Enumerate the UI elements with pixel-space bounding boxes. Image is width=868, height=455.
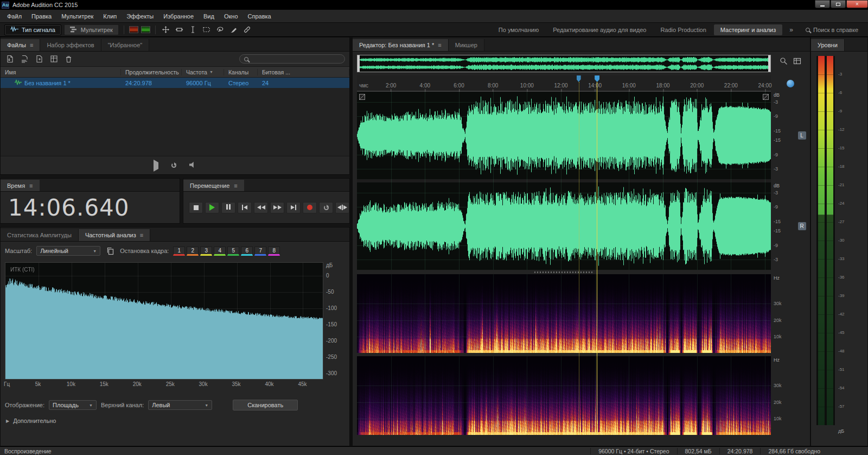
- restore-button[interactable]: [831, 0, 846, 8]
- frame-hold-button[interactable]: 2: [187, 247, 199, 256]
- close-button[interactable]: ×: [846, 0, 868, 8]
- fast-forward-button[interactable]: [270, 202, 284, 213]
- panel-tab[interactable]: Микшер: [449, 39, 484, 51]
- transport-panel-tab[interactable]: Перемещение ≡: [183, 180, 244, 191]
- spectrogram-left[interactable]: [357, 274, 771, 353]
- panel-tab[interactable]: Частотный анализ≡: [79, 229, 150, 241]
- workspace-tab[interactable]: Мастеринг и анализ: [714, 24, 782, 35]
- menu-item[interactable]: Клип: [98, 11, 122, 22]
- paintbrush-selection-tool-icon[interactable]: [228, 25, 239, 35]
- time-panel-tab[interactable]: Время ≡: [1, 180, 40, 191]
- file-row[interactable]: Без названия 1 *24:20.97896000 ГцСтерео2…: [1, 78, 349, 88]
- insert-into-multitrack-button[interactable]: [20, 54, 30, 64]
- panel-menu-icon[interactable]: ≡: [29, 182, 33, 189]
- panel-menu-icon[interactable]: ≡: [438, 42, 441, 48]
- menu-item[interactable]: Мультитрек: [56, 11, 98, 22]
- menu-item[interactable]: Правка: [27, 11, 56, 22]
- new-file-button[interactable]: [34, 54, 44, 64]
- move-tool-icon[interactable]: [161, 25, 171, 35]
- record-button[interactable]: [303, 202, 317, 213]
- files-column-header[interactable]: Частота▼: [182, 69, 224, 75]
- spectrogram-right[interactable]: [357, 356, 771, 435]
- files-column-header[interactable]: Продолжительность: [121, 69, 182, 75]
- skip-selection-button[interactable]: [335, 202, 349, 213]
- workspace-overflow-button[interactable]: »: [785, 26, 797, 34]
- lasso-selection-tool-icon[interactable]: [215, 25, 226, 35]
- copy-icon[interactable]: [105, 246, 116, 256]
- help-search[interactable]: Поиск в справке: [800, 27, 864, 33]
- menu-item[interactable]: Файл: [2, 11, 27, 22]
- scan-button[interactable]: Сканировать: [233, 400, 298, 410]
- overview-strip[interactable]: [357, 55, 771, 72]
- panel-tab[interactable]: Файлы≡: [1, 39, 40, 51]
- frame-hold-button[interactable]: 5: [227, 247, 239, 256]
- files-search[interactable]: [239, 54, 345, 64]
- import-file-button[interactable]: [5, 54, 15, 64]
- workspace-tab[interactable]: Radio Production: [654, 24, 712, 35]
- workspace-tab[interactable]: По умолчанию: [492, 24, 545, 35]
- frame-hold-button[interactable]: 8: [268, 247, 280, 256]
- marquee-selection-tool-icon[interactable]: [201, 25, 212, 35]
- display-settings-icon[interactable]: [793, 57, 802, 65]
- panel-tab[interactable]: Набор эффектов: [40, 39, 101, 51]
- filter-arrow-icon[interactable]: ▼: [209, 70, 213, 74]
- auto-play-button[interactable]: [189, 162, 196, 169]
- menu-item[interactable]: Окно: [219, 11, 243, 22]
- scale-select[interactable]: Линейный▼: [36, 246, 100, 256]
- panel-menu-icon[interactable]: ≡: [30, 42, 33, 48]
- trash-button[interactable]: [63, 54, 74, 64]
- rewind-button[interactable]: [254, 202, 268, 213]
- menu-item[interactable]: Справка: [243, 11, 276, 22]
- panel-tab[interactable]: Статистика Амплитуды: [1, 229, 79, 241]
- play-button[interactable]: [205, 202, 219, 213]
- loop-playback-button[interactable]: [319, 202, 333, 213]
- preview-play-button[interactable]: [154, 162, 158, 169]
- panel-tab[interactable]: "Избранное": [101, 39, 150, 51]
- advanced-toggle[interactable]: ▶ Дополнительно: [1, 414, 349, 427]
- go-to-end-button[interactable]: [286, 202, 301, 213]
- channel-badge-l[interactable]: L: [798, 131, 806, 140]
- slip-tool-icon[interactable]: [174, 25, 185, 35]
- spectral-pitch-display-icon[interactable]: [141, 26, 150, 33]
- timeline-ruler[interactable]: чмс2:004:006:008:0010:0012:0014:0016:001…: [357, 75, 771, 92]
- files-column-header[interactable]: Имя: [1, 69, 121, 75]
- channel-badge-r[interactable]: R: [798, 222, 806, 230]
- panel-menu-icon[interactable]: ≡: [234, 182, 237, 189]
- display-select[interactable]: Площадь▼: [49, 400, 97, 410]
- spot-healing-brush-icon[interactable]: [242, 25, 253, 35]
- multitrack-view-button[interactable]: Мультитрек: [64, 24, 119, 35]
- panel-tab[interactable]: Редактор: Без названия 1 *≡: [353, 39, 449, 51]
- frame-hold-button[interactable]: 3: [200, 247, 212, 256]
- zoom-tool-icon[interactable]: [779, 57, 788, 65]
- files-column-header[interactable]: Каналы: [224, 69, 258, 75]
- files-list[interactable]: Без названия 1 *24:20.97896000 ГцСтерео2…: [1, 78, 349, 156]
- frequency-chart[interactable]: [5, 262, 323, 380]
- waveform-view-button[interactable]: Тип сигнала: [4, 24, 61, 35]
- files-search-input[interactable]: [252, 55, 340, 62]
- menu-item[interactable]: Эффекты: [122, 11, 158, 22]
- menu-item[interactable]: Вид: [199, 11, 219, 22]
- playhead-line[interactable]: [597, 82, 597, 434]
- files-column-header[interactable]: Битовая ...: [258, 69, 349, 75]
- overview-waveform[interactable]: [358, 55, 770, 72]
- waveform-display[interactable]: [357, 92, 771, 270]
- menu-item[interactable]: Избранное: [158, 11, 199, 22]
- frame-hold-button[interactable]: 1: [173, 247, 185, 256]
- go-to-start-button[interactable]: [238, 202, 252, 213]
- levels-tab[interactable]: Уровни: [811, 39, 845, 51]
- minimize-button[interactable]: [815, 0, 830, 8]
- wave-corner-right-icon[interactable]: [763, 94, 769, 100]
- frame-hold-button[interactable]: 6: [241, 247, 253, 256]
- spectral-frequency-display-icon[interactable]: [129, 26, 138, 33]
- wave-corner-left-icon[interactable]: [359, 94, 365, 100]
- panel-menu-icon[interactable]: ≡: [140, 232, 143, 238]
- time-selection-tool-icon[interactable]: [188, 25, 199, 35]
- media-browser-button[interactable]: [49, 54, 59, 64]
- pause-button[interactable]: [221, 202, 235, 213]
- top-channel-select[interactable]: Левый▼: [148, 400, 212, 410]
- monitor-icon[interactable]: [787, 80, 794, 87]
- stop-button[interactable]: [189, 202, 203, 213]
- workspace-tab[interactable]: Редактирование аудио для видео: [546, 24, 653, 35]
- frame-hold-button[interactable]: 4: [214, 247, 226, 256]
- wave-spectro-splitter[interactable]: [357, 270, 771, 274]
